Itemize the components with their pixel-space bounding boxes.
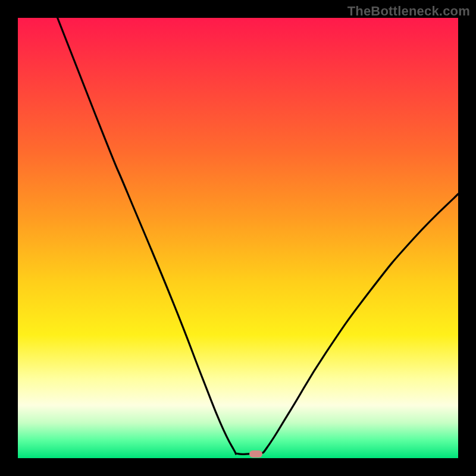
chart-svg (18, 18, 458, 458)
chart-container: TheBottleneck.com (0, 0, 476, 476)
optimum-marker (249, 450, 262, 458)
plot-area (18, 18, 458, 458)
watermark-text: TheBottleneck.com (347, 4, 470, 19)
